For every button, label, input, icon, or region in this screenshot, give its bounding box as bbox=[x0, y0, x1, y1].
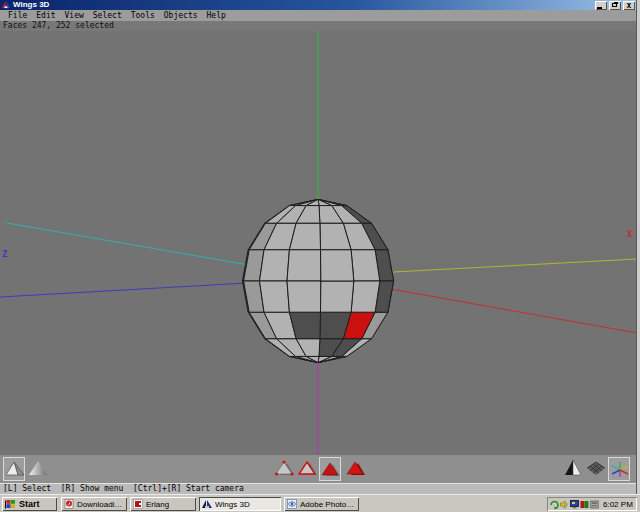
task-label: Wings 3D bbox=[215, 500, 250, 509]
menu-objects[interactable]: Objects bbox=[164, 11, 198, 20]
system-tray: 6:02 PM bbox=[547, 497, 637, 511]
display-icon[interactable] bbox=[570, 500, 579, 509]
flat-shading-icon[interactable] bbox=[3, 457, 25, 481]
body-triangle-icon bbox=[346, 458, 366, 478]
svg-text:X: X bbox=[627, 229, 633, 239]
modem-icon[interactable] bbox=[590, 500, 599, 509]
status-line: [L] Select [R] Show menu [Ctrl]+[R] Star… bbox=[0, 483, 640, 494]
face-select-icon[interactable] bbox=[319, 457, 341, 481]
menu-help[interactable]: Help bbox=[207, 11, 226, 20]
screen: { "window": { "title": "Wings 3D", "cont… bbox=[0, 0, 640, 512]
svg-text:Z: Z bbox=[2, 249, 8, 259]
show-axes-icon[interactable] bbox=[608, 457, 630, 481]
selection-info-line: Faces 247, 252 selected bbox=[0, 21, 640, 31]
menu-select[interactable]: Select bbox=[93, 11, 122, 20]
task-label: Erlang bbox=[146, 500, 169, 509]
scheduler-icon[interactable] bbox=[550, 500, 559, 509]
body-select-icon[interactable] bbox=[345, 457, 367, 481]
task-photoshop[interactable]: Adobe Photoshop bbox=[284, 497, 359, 511]
task-label: Adobe Photoshop bbox=[300, 500, 356, 509]
titlebar[interactable]: Wings 3D x bbox=[0, 0, 640, 10]
workmode-icon[interactable] bbox=[562, 457, 584, 481]
smooth-shading-icon[interactable] bbox=[27, 457, 49, 481]
vertex-triangle-icon bbox=[275, 458, 295, 478]
ground-plane-icon[interactable] bbox=[585, 457, 607, 481]
erlang-icon bbox=[133, 499, 143, 509]
menubar: File Edit View Select Tools Objects Help bbox=[0, 10, 640, 21]
menu-view[interactable]: View bbox=[65, 11, 84, 20]
axes-icon bbox=[610, 459, 630, 479]
task-downloading-file[interactable]: Downloading File: /wings/... bbox=[61, 497, 127, 511]
flat-pyramid-icon bbox=[5, 459, 25, 479]
task-erlang[interactable]: Erlang bbox=[130, 497, 196, 511]
taskbar: Start Downloading File: /wings/... Erlan… bbox=[0, 494, 640, 512]
edge-triangle-icon bbox=[298, 458, 318, 478]
windows-logo-icon bbox=[5, 499, 16, 509]
wings3d-task-icon bbox=[202, 499, 212, 509]
photoshop-icon bbox=[287, 499, 297, 509]
smooth-cone-icon bbox=[28, 458, 48, 478]
restore-icon[interactable] bbox=[609, 1, 621, 10]
menu-file[interactable]: File bbox=[8, 11, 27, 20]
start-button-label: Start bbox=[19, 499, 40, 509]
download-icon bbox=[64, 499, 74, 509]
window-border bbox=[636, 0, 640, 494]
wings3d-app-icon bbox=[2, 1, 10, 9]
vertex-select-icon[interactable] bbox=[274, 457, 296, 481]
minimize-icon[interactable] bbox=[595, 1, 607, 10]
menu-tools[interactable]: Tools bbox=[131, 11, 155, 20]
menu-edit[interactable]: Edit bbox=[36, 11, 55, 20]
toolbar bbox=[0, 455, 640, 483]
start-button[interactable]: Start bbox=[2, 497, 57, 511]
edge-select-icon[interactable] bbox=[297, 457, 319, 481]
grid-icon bbox=[586, 458, 606, 478]
task-label: Downloading File: /wings/... bbox=[77, 500, 124, 509]
face-triangle-icon bbox=[321, 459, 341, 479]
close-icon[interactable]: x bbox=[623, 1, 635, 10]
network-icon[interactable] bbox=[580, 500, 589, 509]
half-shaded-pyramid-icon bbox=[563, 458, 583, 478]
viewport-canvas[interactable]: YZX bbox=[0, 31, 640, 455]
volume-icon[interactable] bbox=[560, 500, 569, 509]
viewport[interactable]: YZX bbox=[0, 31, 640, 455]
clock: 6:02 PM bbox=[603, 500, 633, 509]
window-title: Wings 3D bbox=[13, 0, 49, 10]
task-wings3d[interactable]: Wings 3D bbox=[199, 497, 281, 511]
